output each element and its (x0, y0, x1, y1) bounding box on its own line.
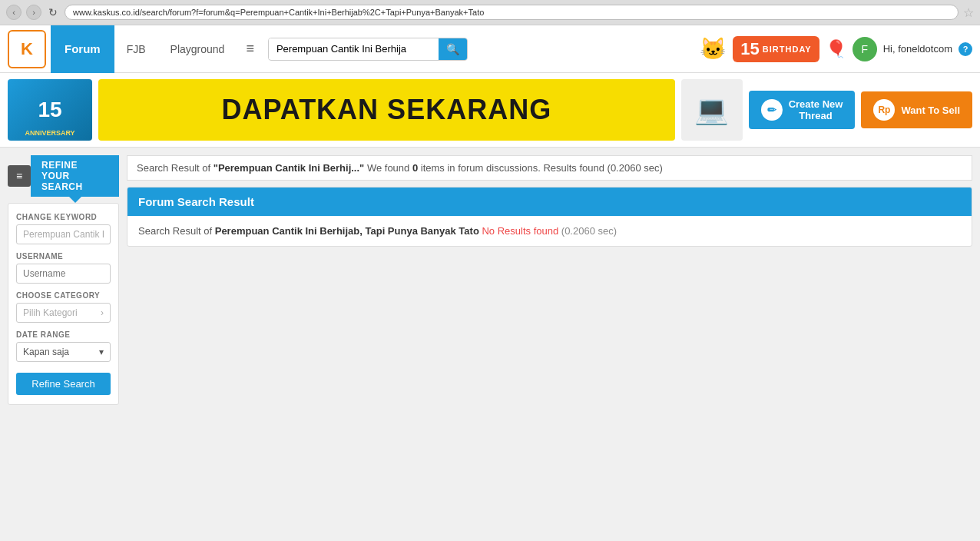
result-time: (0.2060 sec) (561, 225, 617, 237)
balloon-icon: 🎈 (826, 39, 846, 59)
refresh-button[interactable]: ↻ (46, 5, 60, 19)
search-bar: 🔍 (268, 38, 468, 61)
nav-fjb[interactable]: FJB (114, 25, 158, 73)
date-range-dropdown[interactable]: Kapan saja ▾ (16, 342, 111, 362)
user-greeting: Hi, foneldotcom (883, 43, 952, 55)
result-body-keywords: Perempuan Cantik Ini Berhijab, Tapi Puny… (215, 225, 479, 237)
search-icon: 🔍 (446, 43, 459, 55)
birthday-label: BIRTHDAY (763, 45, 812, 54)
create-thread-button[interactable]: ✏ Create New Thread (749, 91, 856, 129)
category-placeholder: Pilih Kategori (23, 307, 78, 318)
result-summary-suffix: items in forum discussions. Results foun… (421, 162, 663, 174)
pencil-icon: ✏ (761, 99, 783, 121)
avatar: F (853, 37, 877, 61)
url-bar[interactable]: www.kaskus.co.id/search/forum?f=forum&q=… (65, 5, 958, 20)
url-text: www.kaskus.co.id/search/forum?f=forum&q=… (73, 8, 484, 17)
refine-search-button[interactable]: Refine Search (16, 373, 111, 395)
banner-anniversary-text: ANNIVERSARY (8, 129, 92, 137)
username-label: USERNAME (16, 252, 111, 261)
browser-toolbar: ‹ › ↻ www.kaskus.co.id/search/forum?f=fo… (0, 0, 980, 25)
help-icon[interactable]: ? (958, 42, 972, 56)
create-thread-label: Create New Thread (789, 98, 843, 121)
bookmark-star[interactable]: ☆ (963, 5, 974, 20)
birthday-number: 15 (740, 39, 759, 59)
banner-area: 15 ANNIVERSARY DAPATKAN SEKARANG 💻 ✏ Cre… (0, 73, 980, 148)
main-area: ≡ REFINE YOUR SEARCH CHANGE KEYWORD USER… (0, 148, 980, 413)
banner-laptop-image: 💻 (681, 79, 743, 141)
want-to-sell-button[interactable]: Rp Want To Sell (861, 91, 972, 128)
logo-letter: K (21, 39, 33, 59)
result-no-found: No Results found (482, 225, 558, 237)
search-input[interactable] (269, 38, 439, 59)
date-range-value: Kapan saja (23, 347, 69, 357)
category-select[interactable]: Pilih Kategori › (16, 303, 111, 323)
refine-bar[interactable]: REFINE YOUR SEARCH (31, 155, 119, 197)
search-button[interactable]: 🔍 (439, 38, 467, 60)
banner-logo: 15 ANNIVERSARY (8, 79, 92, 141)
forward-button[interactable]: › (26, 5, 41, 20)
want-to-sell-label: Want To Sell (901, 105, 960, 116)
banner-main: DAPATKAN SEKARANG (98, 79, 675, 141)
banner-main-text: DAPATKAN SEKARANG (221, 94, 551, 126)
hamburger-menu[interactable]: ≡ (237, 25, 263, 73)
right-content: Search Result of "Perempuan Cantik Ini B… (127, 155, 972, 405)
banner-logo-number: 15 (38, 98, 61, 122)
kaskus-mascot-icon: 🐱 (700, 36, 727, 61)
header-right: 🐱 15 BIRTHDAY 🎈 F Hi, foneldotcom ? (700, 36, 972, 62)
date-range-label: DATE RANGE (16, 330, 111, 339)
result-summary-middle: We found (367, 162, 412, 174)
nav-playground[interactable]: Playground (158, 25, 237, 73)
nav-forum[interactable]: Forum (51, 25, 114, 73)
search-sidebar: CHANGE KEYWORD USERNAME CHOOSE CATEGORY … (8, 203, 119, 405)
result-count: 0 (412, 162, 418, 174)
change-keyword-label: CHANGE KEYWORD (16, 213, 111, 221)
back-button[interactable]: ‹ (6, 5, 22, 20)
forum-result-header: Forum Search Result (127, 188, 972, 216)
list-view-button[interactable]: ≡ (8, 165, 31, 187)
left-panel: ≡ REFINE YOUR SEARCH CHANGE KEYWORD USER… (8, 155, 119, 405)
keyword-input[interactable] (16, 224, 111, 244)
birthday-badge[interactable]: 15 BIRTHDAY (733, 36, 819, 62)
refine-search-row: ≡ REFINE YOUR SEARCH (8, 155, 119, 197)
result-body-prefix: Search Result of (138, 225, 215, 237)
app-header: K Forum FJB Playground ≡ 🔍 🐱 15 BIRTHDAY… (0, 25, 980, 73)
refine-label: REFINE YOUR SEARCH (41, 160, 108, 192)
choose-category-label: CHOOSE CATEGORY (16, 291, 111, 300)
browser-chrome: ‹ › ↻ www.kaskus.co.id/search/forum?f=fo… (0, 0, 980, 25)
forum-result-body: Search Result of Perempuan Cantik Ini Be… (127, 216, 972, 246)
logo[interactable]: K (8, 30, 46, 68)
forum-result-box: Forum Search Result Search Result of Per… (127, 187, 972, 247)
search-result-bar: Search Result of "Perempuan Cantik Ini B… (127, 155, 972, 181)
username-input[interactable] (16, 264, 111, 284)
rp-icon: Rp (873, 99, 895, 121)
result-summary-query: "Perempuan Cantik Ini Berhij..." (214, 162, 365, 174)
result-summary-prefix: Search Result of (137, 162, 214, 174)
dropdown-arrow-icon: ▾ (99, 347, 104, 357)
laptop-icon: 💻 (694, 94, 729, 126)
category-arrow-icon: › (101, 307, 104, 318)
